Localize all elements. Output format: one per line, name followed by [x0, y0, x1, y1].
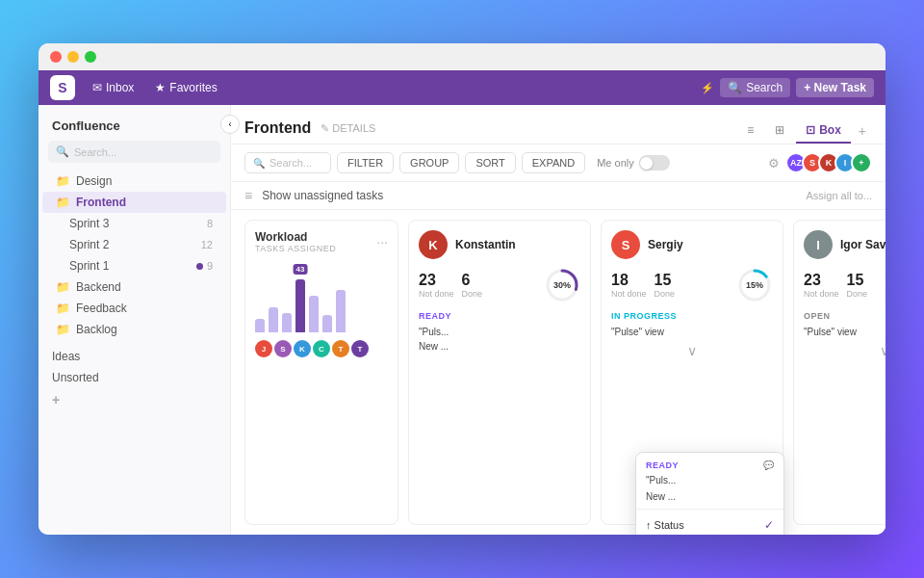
add-section-button[interactable]: + [38, 388, 230, 411]
person-stats-konstantin: 23 Not done 6 Done [419, 267, 580, 303]
person-header-sergiy: S Sergiy [611, 230, 773, 259]
workload-header: Workload TASKS ASSIGNED ··· [255, 230, 388, 253]
avatar-sergiy: S [611, 230, 640, 259]
workload-chart: 43 [255, 265, 388, 332]
search-button[interactable]: 🔍 Search [720, 78, 790, 97]
logo[interactable]: S [50, 75, 75, 100]
person-header-konstantin: K Konstantin [419, 230, 580, 259]
hamburger-icon: ≡ [244, 188, 252, 203]
avatar-more[interactable]: + [851, 152, 872, 173]
avatar-konstantin: K [419, 230, 448, 259]
toggle-area: Me only [597, 155, 670, 171]
person-name-igor: Igor Savelev [840, 238, 886, 251]
avatar-igor: I [804, 230, 833, 259]
wl-avatar-k: K [294, 340, 311, 357]
board-area: Workload TASKS ASSIGNED ··· [231, 210, 886, 535]
inbox-button[interactable]: ✉ Inbox [85, 78, 141, 97]
stat-done-sergiy: 15 Done [654, 272, 676, 299]
person-header-igor: I Igor Savelev [804, 230, 886, 259]
sidebar-item-design[interactable]: 📁 Design [42, 171, 226, 192]
folder-icon: 📁 [56, 323, 70, 336]
star-icon: ★ [155, 81, 166, 94]
sidebar-item-ideas[interactable]: Ideas [38, 346, 230, 367]
lightning-icon[interactable]: ⚡ [701, 82, 714, 94]
popup-task-1: "Puls... [636, 472, 783, 488]
progress-ring-sergiy: 15% [736, 267, 773, 303]
folder-icon: 📁 [56, 280, 70, 294]
progress-ring-konstantin: 30% [544, 267, 580, 303]
sidebar-search[interactable]: 🔍 Search... [48, 141, 220, 163]
task-item-2: New ... [419, 339, 580, 354]
main-area: ‹ Confluence 🔍 Search... 📁 Design 📁 Fron… [38, 105, 886, 535]
sidebar-item-sprint3[interactable]: Sprint 3 8 [42, 213, 226, 234]
plus-icon: + [52, 392, 60, 407]
toolbar-search[interactable]: 🔍 Search... [244, 152, 331, 173]
expand-button[interactable]: EXPAND [522, 152, 585, 173]
assign-all-button[interactable]: Assign all to... [807, 190, 872, 201]
toolbar-search-icon: 🔍 [253, 158, 265, 169]
check-icon: ✓ [764, 518, 774, 532]
popup-inner: READY 💬 "Puls... New ... ↑ Status ✓ Prio… [636, 457, 783, 535]
stat-done-igor: 15 Done [847, 272, 868, 299]
new-task-button[interactable]: + New Task [796, 78, 874, 97]
titlebar [38, 43, 886, 70]
sidebar-item-backend[interactable]: 📁 Backend [42, 276, 226, 298]
close-dot[interactable] [50, 51, 62, 63]
sidebar-item-frontend[interactable]: 📁 Frontend ··· [42, 192, 226, 213]
minimize-dot[interactable] [67, 51, 79, 63]
tab-list[interactable]: ≡ [737, 118, 763, 144]
nav-right: ⚡ 🔍 Search + New Task [701, 78, 874, 97]
folder-icon: 📁 [56, 196, 70, 209]
stat-not-done-sergiy: 18 Not done [611, 272, 647, 299]
bar-6 [322, 315, 332, 332]
sidebar: ‹ Confluence 🔍 Search... 📁 Design 📁 Fron… [38, 105, 231, 535]
wl-avatar-t1: T [332, 340, 349, 357]
wl-avatar-j: J [255, 340, 272, 357]
inbox-icon: ✉ [92, 81, 102, 94]
person-card-konstantin: K Konstantin 23 Not done 6 Done [408, 220, 591, 525]
group-button[interactable]: GROUP [399, 152, 459, 173]
tab-add-button[interactable]: + [853, 118, 872, 144]
section-ready: READY [419, 311, 580, 321]
page-title: Frontend [244, 119, 311, 137]
popup-ready-label: READY 💬 [636, 457, 783, 472]
details-link[interactable]: ✎ DETAILS [321, 122, 375, 135]
stat-not-done: 23 Not done [419, 272, 454, 299]
favorites-button[interactable]: ★ Favorites [147, 78, 224, 97]
tab-board-alt[interactable]: ⊞ [765, 118, 794, 144]
sidebar-title: Confluence [38, 115, 230, 141]
bar-3 [282, 313, 292, 332]
search-icon: 🔍 [728, 81, 742, 94]
popup-menu-status[interactable]: ↑ Status ✓ [636, 513, 783, 535]
list-icon: ≡ [747, 123, 754, 137]
sidebar-item-sprint2[interactable]: Sprint 2 12 [42, 234, 226, 255]
me-only-toggle[interactable] [639, 155, 670, 171]
tab-box[interactable]: ⊡ Box [796, 118, 851, 144]
popup-divider [636, 509, 783, 510]
folder-icon: 📁 [56, 174, 70, 188]
filter-button[interactable]: FILTER [337, 152, 394, 173]
task-item-sergiy-1: "Pulse" view [611, 325, 773, 339]
section-open: OPEN [804, 311, 886, 321]
sidebar-item-feedback[interactable]: 📁 Feedback [42, 298, 226, 319]
workload-menu-button[interactable]: ··· [376, 234, 388, 250]
maximize-dot[interactable] [85, 51, 96, 63]
sidebar-collapse-button[interactable]: ‹ [220, 115, 240, 134]
avatar-group: AZ S K I + [785, 152, 872, 173]
wl-avatar-c: C [313, 340, 330, 357]
bar-7 [336, 290, 346, 332]
stat-not-done-igor: 23 Not done [804, 272, 839, 299]
gear-icon[interactable]: ⚙ [768, 156, 780, 171]
dropdown-icon-sergiy[interactable]: ∨ [611, 343, 773, 358]
sidebar-item-unsorted[interactable]: Unsorted [38, 367, 230, 388]
sidebar-item-backlog[interactable]: 📁 Backlog [42, 319, 226, 340]
sort-button[interactable]: SORT [465, 152, 515, 173]
person-stats-sergiy: 18 Not done 15 Done [611, 267, 773, 303]
sidebar-item-sprint1[interactable]: Sprint 1 9 [42, 255, 226, 276]
workload-avatars: J S K C T T [255, 340, 388, 357]
content-tabs: ≡ ⊞ ⊡ Box + [737, 118, 872, 144]
wl-avatar-s: S [274, 340, 292, 357]
content-header: Frontend ✎ DETAILS ≡ ⊞ ⊡ Box [231, 105, 886, 144]
popup-chat-icon: 💬 [763, 460, 775, 470]
dropdown-icon-igor[interactable]: ∨ [804, 343, 886, 358]
